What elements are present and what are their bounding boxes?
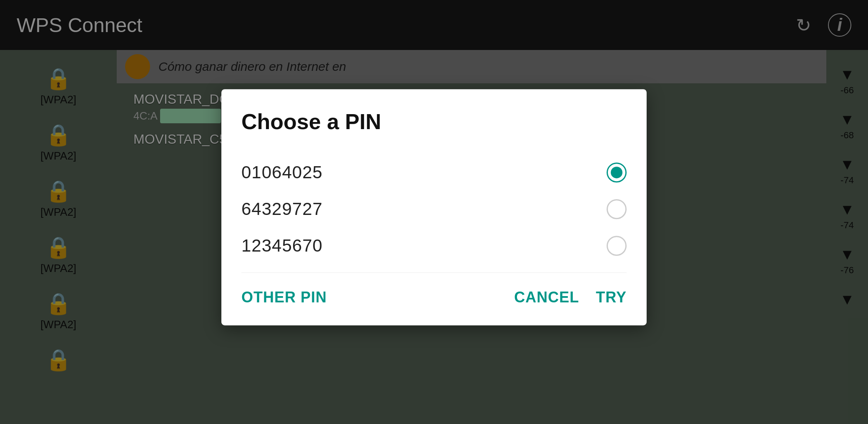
- radio-btn-2[interactable]: [607, 236, 627, 256]
- pin-value-0: 01064025: [241, 162, 323, 182]
- pin-value-1: 64329727: [241, 199, 323, 219]
- try-button[interactable]: TRY: [596, 284, 627, 310]
- dialog-right-actions: CANCEL TRY: [514, 284, 627, 310]
- choose-pin-dialog: Choose a PIN 01064025 64329727 12345670 …: [221, 89, 647, 325]
- pin-option-0[interactable]: 01064025: [241, 154, 627, 191]
- dialog-actions: OTHER PIN CANCEL TRY: [241, 273, 627, 310]
- dialog-title: Choose a PIN: [241, 109, 627, 134]
- other-pin-button[interactable]: OTHER PIN: [241, 284, 327, 310]
- cancel-button[interactable]: CANCEL: [514, 284, 579, 310]
- radio-btn-1[interactable]: [607, 199, 627, 219]
- pin-option-2[interactable]: 12345670: [241, 227, 627, 264]
- pin-option-1[interactable]: 64329727: [241, 191, 627, 227]
- radio-btn-0[interactable]: [607, 162, 627, 182]
- pin-value-2: 12345670: [241, 236, 323, 256]
